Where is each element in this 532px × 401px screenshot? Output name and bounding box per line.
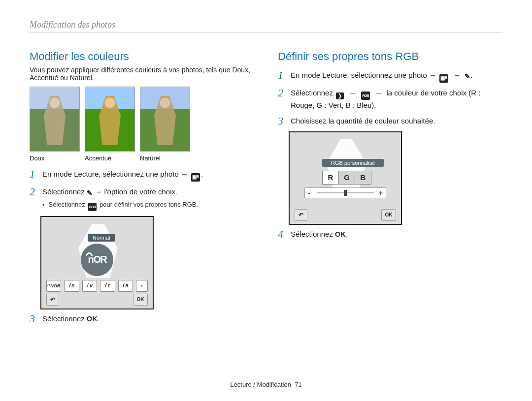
step-pre: Sélectionnez [291,230,335,238]
period: . [346,230,348,238]
manual-page: Modification des photos Modifier les cou… [0,0,532,401]
filter-opt-f[interactable]: ƒF [100,280,115,292]
chevron-right-icon: ❯ [336,93,344,99]
thumb-label: Doux [30,154,79,162]
rgb-amount-slider[interactable]: - + [304,187,386,198]
thumb-vivid: Accentué [85,87,134,162]
step-number: 2 [30,186,37,197]
ok-button[interactable]: OK [133,294,148,306]
steps-left: 1 En mode Lecture, sélectionnez une phot… [30,169,254,211]
steps-left-2: 3 Sélectionnez OK. [30,313,254,324]
thumb-label: Accentué [85,154,134,162]
filter-opt-label: F [107,283,110,288]
thumb-natural: Naturel [140,87,189,162]
steps-right: 1 En mode Lecture, sélectionnez une phot… [278,70,502,126]
brush-icon [87,188,93,198]
step: 1 En mode Lecture, sélectionnez une phot… [30,169,254,182]
rgb-icon [361,92,370,100]
brush-icon [465,71,470,81]
step-number: 3 [278,116,286,126]
rgb-channel-selector: R G B [322,171,371,185]
step: 3 Sélectionnez OK. [30,313,254,324]
footer-page-number: 71 [295,381,301,388]
step-body: Sélectionnez OK. [291,229,502,240]
bullet-pre: Sélectionnez [49,201,87,208]
filter-opt-v[interactable]: ƒV [82,280,97,292]
rgb-cell-r[interactable]: R [323,171,339,184]
page-footer: Lecture / Modification 71 [0,381,532,388]
step-text: En mode Lecture, sélectionnez une photo … [291,71,436,79]
heading-modify-colors: Modifier les couleurs [30,50,254,63]
camera-screen-rgb: RGB personnalisé R G B - + ↶ OK [289,131,402,225]
filter-opt-nor[interactable]: nNOR [46,280,61,292]
filter-opt-s[interactable]: ƒS [64,280,79,292]
edit-overlay-icon: ▣E [439,74,448,83]
step-number: 1 [278,70,286,81]
footer-section: Lecture / Modification [230,381,291,388]
step-body: Sélectionnez → l'option de votre choix. … [42,186,254,211]
two-column-layout: Modifier les couleurs Vous pouvez appliq… [30,44,502,329]
screen-bottom-bar: ↶ OK [46,294,148,305]
step-body: Choisissez la quantité de couleur souhai… [291,116,502,126]
rgb-icon [88,203,97,211]
slider-plus: + [379,189,383,197]
breadcrumb-section: Modification des photos [30,20,502,32]
thumb-image-soft [30,87,80,152]
rgb-tag: RGB personnalisé [322,159,384,167]
thumb-soft: Doux [30,87,79,162]
period: . [98,314,100,323]
thumb-label: Naturel [140,154,189,162]
bullet-post: pour définir vos propres tons RGB. [98,201,198,208]
ok-label: OK [335,230,346,238]
step-text: Choisissez la quantité de couleur souhai… [291,117,435,125]
right-column: Définir ses propres tons RGB 1 En mode L… [278,44,502,329]
back-button[interactable]: ↶ [46,294,59,306]
thumb-image-natural [140,87,190,152]
back-button[interactable]: ↶ [295,209,307,221]
slider-minus: - [308,189,310,197]
step-pre: Sélectionnez [291,89,335,97]
period: . [470,71,472,79]
step-body: En mode Lecture, sélectionnez une photo … [42,169,254,182]
intro-text: Vous pouvez appliquer différentes couleu… [30,66,254,82]
step-text-mid: → l'option de votre choix. [93,187,177,196]
heading-custom-rgb: Définir ses propres tons RGB [278,50,502,63]
ok-button[interactable]: OK [381,209,396,221]
arrow: → [453,71,461,79]
step: 4 Sélectionnez OK. [278,229,502,240]
filter-option-row: nNOR ƒS ƒV ƒF ƒR › [46,280,148,292]
camera-screen-color-filter: Normal nOR nNOR ƒS ƒV ƒF ƒR › ↶ OK [40,216,154,309]
step-body: Sélectionnez ❯ → → la couleur de votre c… [291,88,502,111]
filter-opt-r[interactable]: ƒR [118,280,133,292]
example-thumbnails: Doux Accentué Naturel [30,87,254,162]
arrow: → [349,89,356,97]
filter-opt-more[interactable]: › [136,280,148,292]
rgb-cell-b[interactable]: B [355,171,371,184]
step: 2 Sélectionnez → l'option de votre choix… [30,186,254,211]
step-body: Sélectionnez OK. [42,313,254,324]
step-text: En mode Lecture, sélectionnez une photo … [42,170,188,178]
filter-opt-label: S [71,283,74,288]
step-text-pre: Sélectionnez [42,187,87,196]
filter-opt-label: V [90,283,93,288]
filter-large-icon: nOR [81,244,113,276]
filter-opt-label: R [125,283,129,288]
ok-label: OK [87,315,98,323]
period: . [201,170,203,178]
step-number: 1 [30,169,37,180]
thumb-image-vivid [85,87,135,152]
step: 3 Choisissez la quantité de couleur souh… [278,116,502,126]
edit-overlay-icon: ▣E [191,173,200,182]
step: 1 En mode Lecture, sélectionnez une phot… [278,70,502,83]
screen-bottom-bar: ↶ OK [295,209,396,220]
left-column: Modifier les couleurs Vous pouvez appliq… [30,44,254,329]
sub-bullet: Sélectionnez pour définir vos propres to… [42,200,254,211]
filter-name-tag: Normal [88,234,115,242]
slider-handle[interactable] [344,190,347,196]
filter-opt-label: NOR [50,283,60,288]
step: 2 Sélectionnez ❯ → → la couleur de votre… [278,88,502,111]
arrow: → [375,89,382,97]
step-number: 4 [278,229,286,240]
step-body: En mode Lecture, sélectionnez une photo … [291,70,502,83]
rgb-cell-g[interactable]: G [339,171,355,184]
